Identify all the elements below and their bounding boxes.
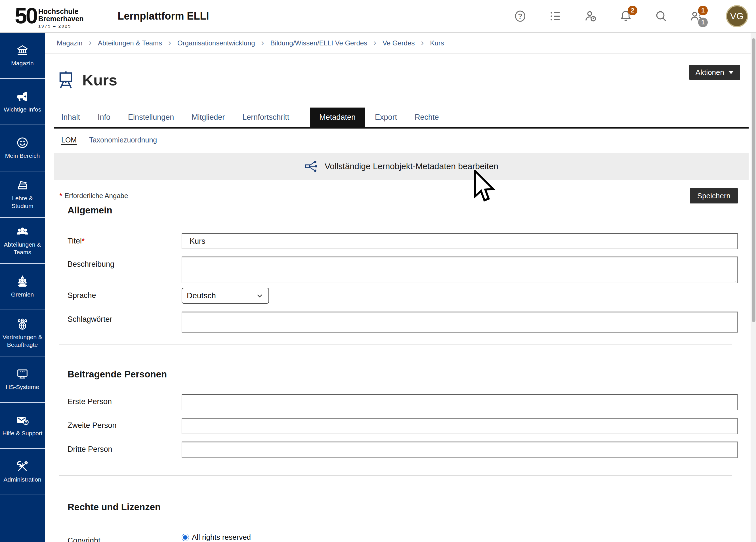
tab-lernfortschritt[interactable]: Lernfortschritt — [242, 108, 289, 127]
university-logo[interactable]: 50 Hochschule Bremerhaven 1975 – 2025 — [15, 4, 84, 28]
actions-button-label: Aktionen — [696, 68, 724, 77]
sidebar-item-abteilungen-teams[interactable]: Abteilungen & Teams — [0, 218, 45, 264]
titel-input[interactable] — [182, 233, 738, 249]
erste-person-label: Erste Person — [68, 394, 182, 410]
help-icon[interactable]: ? — [513, 9, 527, 23]
form-row-schlagwoerter: Schlagwörter — [68, 312, 738, 333]
subtab-lom[interactable]: LOM — [61, 136, 77, 144]
sidebar-item-label: Abteilungen & Teams — [1, 241, 44, 256]
app-title: Lernplattform ELLI — [118, 10, 209, 22]
sidebar-item-label: Vertretungen & Beauftragte — [1, 333, 44, 348]
form-header: * Erforderliche Angabe Speichern — [59, 188, 738, 204]
monitor-icon — [16, 367, 29, 381]
caret-down-icon — [728, 71, 734, 74]
chevron-right-icon: › — [89, 38, 92, 47]
sprache-label: Sprache — [68, 288, 182, 304]
copyright-radio-row: All rights reserved — [182, 533, 738, 542]
schlagwoerter-input[interactable] — [182, 312, 738, 333]
breadcrumb-item[interactable]: Ve Gerdes — [383, 39, 415, 47]
megaphone-icon — [16, 90, 29, 103]
dritte-person-input[interactable] — [182, 442, 738, 458]
edit-full-metadata-banner[interactable]: Vollständige Lernobjekt-Metadaten bearbe… — [54, 153, 749, 180]
tab-rechte[interactable]: Rechte — [415, 108, 439, 127]
contacts-badge-top: 1 — [698, 6, 708, 15]
contacts-icon[interactable]: 1 1 — [689, 9, 703, 23]
erste-person-input[interactable] — [182, 394, 738, 410]
contacts-badge-bottom: 1 — [698, 18, 708, 27]
screen: 50 Hochschule Bremerhaven 1975 – 2025 Le… — [0, 0, 756, 542]
avatar[interactable]: VG — [726, 5, 748, 27]
tab-mitglieder[interactable]: Mitglieder — [192, 108, 225, 127]
chevron-right-icon: › — [421, 38, 424, 47]
breadcrumb-item[interactable]: Organisationsentwicklung — [177, 39, 255, 47]
user-status-icon[interactable] — [583, 9, 598, 23]
sidebar-item-label: Lehre & Studium — [1, 195, 44, 210]
scrollbar-thumb[interactable] — [752, 38, 755, 322]
breadcrumb-item[interactable]: Kurs — [430, 39, 444, 47]
todo-list-icon[interactable] — [548, 9, 562, 23]
logo-text: Hochschule Bremerhaven 1975 – 2025 — [38, 8, 84, 28]
mail-help-icon: ? — [16, 414, 29, 427]
sprache-select[interactable]: Deutsch — [182, 288, 269, 304]
sidebar-item-label: HS-Systeme — [6, 383, 39, 391]
form-row-dritte-person: Dritte Person — [68, 442, 738, 458]
share-nodes-icon — [304, 159, 318, 173]
tab-info[interactable]: Info — [98, 108, 110, 127]
chevron-right-icon: › — [373, 38, 376, 47]
breadcrumb-item[interactable]: Abteilungen & Teams — [98, 39, 162, 47]
page-header: Kurs — [57, 61, 751, 99]
copyright-radio[interactable] — [182, 534, 189, 541]
sidebar-item-label: Wichtige Infos — [4, 106, 41, 113]
metadata-form: Allgemein Titel* Beschreibung Sprache — [45, 205, 751, 542]
sidebar-item-label: Magazin — [11, 60, 33, 67]
tab-metadaten[interactable]: Metadaten — [310, 108, 365, 127]
zweite-person-label: Zweite Person — [68, 418, 182, 434]
svg-text:?: ? — [25, 421, 27, 425]
course-easel-icon — [57, 70, 75, 91]
sidebar-item-magazin[interactable]: Magazin — [0, 33, 45, 79]
subtab-taxonomiezuordnung[interactable]: Taxonomiezuordnung — [89, 136, 157, 144]
tab-inhalt[interactable]: Inhalt — [61, 108, 80, 127]
tab-einstellungen[interactable]: Einstellungen — [128, 108, 174, 127]
section-heading-allgemein: Allgemein — [68, 205, 738, 216]
titel-required-marker: * — [82, 237, 85, 245]
sidebar-item-wichtige-infos[interactable]: Wichtige Infos — [0, 79, 45, 125]
sidebar-item-administration[interactable]: Administration — [0, 449, 45, 495]
logo-years: 1975 – 2025 — [38, 24, 84, 28]
sidebar-item-label: Mein Bereich — [5, 152, 40, 159]
people-group-icon — [16, 225, 29, 238]
breadcrumb-item[interactable]: Bildung/Wissen/ELLI Ve Gerdes — [270, 39, 367, 47]
copyright-radio-label: All rights reserved — [192, 533, 251, 542]
svg-text:?: ? — [518, 12, 522, 20]
actions-button[interactable]: Aktionen — [689, 65, 740, 80]
section-heading-personen: Beitragende Personen — [68, 369, 738, 380]
sidebar-item-hilfe-support[interactable]: ? Hilfe & Support — [0, 403, 45, 449]
form-row-sprache: Sprache Deutsch — [68, 288, 738, 304]
sidebar: Magazin Wichtige Infos Mein Bereich — [0, 33, 45, 542]
sidebar-item-label: Administration — [3, 476, 41, 483]
tabs: Inhalt Info Einstellungen Mitglieder Ler… — [54, 108, 749, 129]
logo-name-2: Bremerhaven — [38, 15, 84, 23]
titel-label-text: Titel — [68, 237, 82, 245]
save-button[interactable]: Speichern — [690, 188, 738, 203]
sidebar-item-mein-bereich[interactable]: Mein Bereich — [0, 125, 45, 171]
museum-icon — [16, 44, 29, 57]
sidebar-item-lehre-studium[interactable]: Lehre & Studium — [0, 171, 45, 218]
zweite-person-input[interactable] — [182, 418, 738, 434]
beschreibung-label: Beschreibung — [68, 257, 182, 284]
copyright-label: Copyright — [68, 533, 182, 542]
subtabs: LOM Taxonomiezuordnung — [61, 136, 751, 144]
tab-export[interactable]: Export — [375, 108, 397, 127]
sidebar-item-vertretungen[interactable]: Vertretungen & Beauftragte — [0, 310, 45, 356]
search-icon[interactable] — [654, 9, 668, 23]
sidebar-item-gremien[interactable]: Gremien — [0, 264, 45, 310]
sidebar-item-hs-systeme[interactable]: HS-Systeme — [0, 356, 45, 403]
topbar-icon-row: ? — [513, 5, 750, 27]
vertical-scrollbar[interactable] — [751, 33, 756, 542]
required-note: Erforderliche Angabe — [64, 192, 128, 200]
schlagwoerter-label: Schlagwörter — [68, 312, 182, 333]
breadcrumb-item[interactable]: Magazin — [57, 39, 83, 47]
notifications-icon[interactable]: 2 — [619, 9, 633, 23]
books-icon — [16, 179, 29, 192]
beschreibung-textarea[interactable] — [182, 257, 738, 283]
